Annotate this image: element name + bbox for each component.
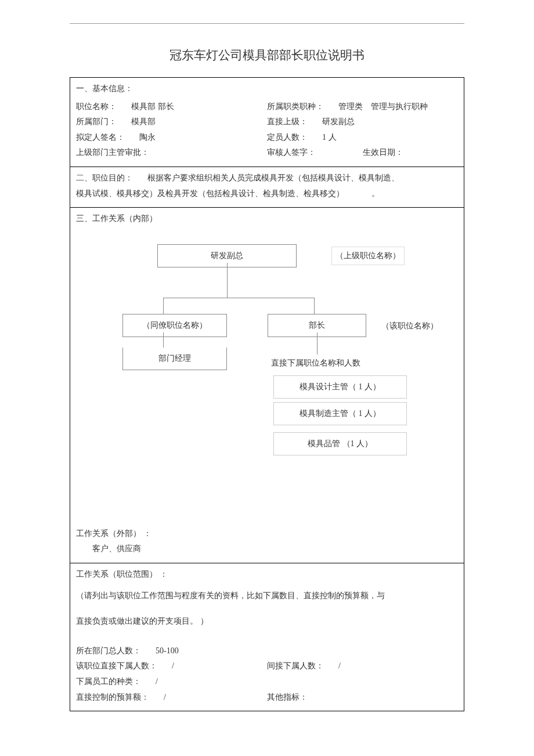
external-heading: 工作关系（外部） ： — [76, 526, 458, 542]
section3-heading: 三、工作关系（内部） — [76, 211, 458, 227]
section2-heading: 二、职位目的： — [76, 173, 133, 182]
external-body: 客户、供应商 — [76, 541, 458, 557]
org-position-note: （该职位名称） — [378, 317, 442, 335]
org-sub-1: 模具设计主管（ 1 人） — [273, 375, 407, 399]
org-sub-2: 模具制造主管（ 1 人） — [273, 402, 407, 426]
superior-label: 直接上级： — [267, 117, 308, 126]
reviewer-label: 审核人签字： — [267, 145, 363, 161]
org-top-note: （上级职位名称） — [331, 247, 405, 266]
section-purpose: 二、职位目的： 根据客户要求组织相关人员完成模具开发（包括模具设计、模具制造、 … — [70, 167, 464, 207]
subtype-label: 下属员工的种类： — [76, 677, 141, 686]
dept-value: 模具部 — [131, 117, 156, 126]
section-basic-info: 一、基本信息： 职位名称： 模具部 部长 所属职类职种： 管理类 管理与执行职种 — [70, 78, 464, 167]
position-value: 模具部 部长 — [131, 102, 174, 111]
signer-label: 拟定人签名： — [76, 133, 125, 142]
org-peer-sub-label: 部门经理 — [158, 354, 191, 363]
document-title: 冠东车灯公司模具部部长职位说明书 — [70, 47, 464, 63]
jobclass-label: 所属职类职种： — [267, 102, 324, 111]
effective-label: 生效日期： — [363, 145, 459, 161]
indirect-sub-value: / — [338, 661, 341, 670]
section-relations: 三、工作关系（内部） 研发副总 （上级职位名称） — [70, 208, 464, 563]
job-spec-table: 一、基本信息： 职位名称： 模具部 部长 所属职类职种： 管理类 管理与执行职种 — [70, 77, 464, 711]
org-peer-box: （同僚职位名称） — [122, 314, 227, 338]
subtype-value: / — [156, 677, 158, 686]
external-relations: 工作关系（外部） ： 客户、供应商 — [76, 526, 458, 557]
dept-total-label: 所在部门总人数： — [76, 646, 141, 655]
jobclass-value: 管理类 管理与执行职种 — [338, 102, 428, 111]
budget-label: 直接控制的预算额： — [76, 693, 149, 701]
signer-value: 陶永 — [139, 133, 156, 142]
section-scope: 工作关系（职位范围） ： （请列出与该职位工作范围与程度有关的资料，比如下属数目… — [70, 563, 464, 711]
scope-heading: 工作关系（职位范围） ： — [76, 567, 458, 583]
section2-period: 。 — [371, 189, 380, 198]
org-position-label: 部长 — [309, 321, 325, 330]
dept-total-value: 50-100 — [156, 646, 179, 655]
header-divider — [70, 23, 464, 24]
org-sub-3: 模具品管 （1 人） — [273, 432, 407, 456]
other-metric-label: 其他指标： — [267, 693, 308, 701]
scope-note2: 直接负责或做出建议的开支项目。 ） — [76, 614, 458, 630]
direct-sub-value: / — [172, 661, 174, 670]
dept-label: 所属部门： — [76, 117, 117, 126]
approver-label: 上级部门主管审批： — [76, 148, 149, 157]
org-peer-sub: 部门经理 — [122, 348, 227, 371]
section2-body: 根据客户要求组织相关人员完成模具开发（包括模具设计、模具制造、 — [147, 173, 399, 182]
org-sub-heading: 直接下属职位名称和人数 — [268, 355, 364, 372]
budget-value: / — [164, 693, 166, 701]
direct-sub-label: 该职位直接下属人数： — [76, 661, 157, 670]
headcount-value: 1 人 — [322, 133, 337, 142]
position-label: 职位名称： — [76, 102, 117, 111]
section1-heading: 一、基本信息： — [76, 81, 458, 97]
indirect-sub-label: 间接下属人数： — [267, 661, 324, 670]
superior-value: 研发副总 — [322, 117, 355, 126]
org-top-label: 研发副总 — [211, 251, 243, 260]
section2-body2: 模具试模、模具移交）及检具开发（包括检具设计、检具制造、检具移交） — [76, 189, 344, 198]
scope-note1: （请列出与该职位工作范围与程度有关的资料，比如下属数目、直接控制的预算额，与 — [76, 588, 458, 604]
headcount-label: 定员人数： — [267, 133, 308, 142]
org-peer-label: （同僚职位名称） — [142, 321, 207, 330]
org-chart: 研发副总 （上级职位名称） （同僚职位名称） — [76, 233, 458, 523]
